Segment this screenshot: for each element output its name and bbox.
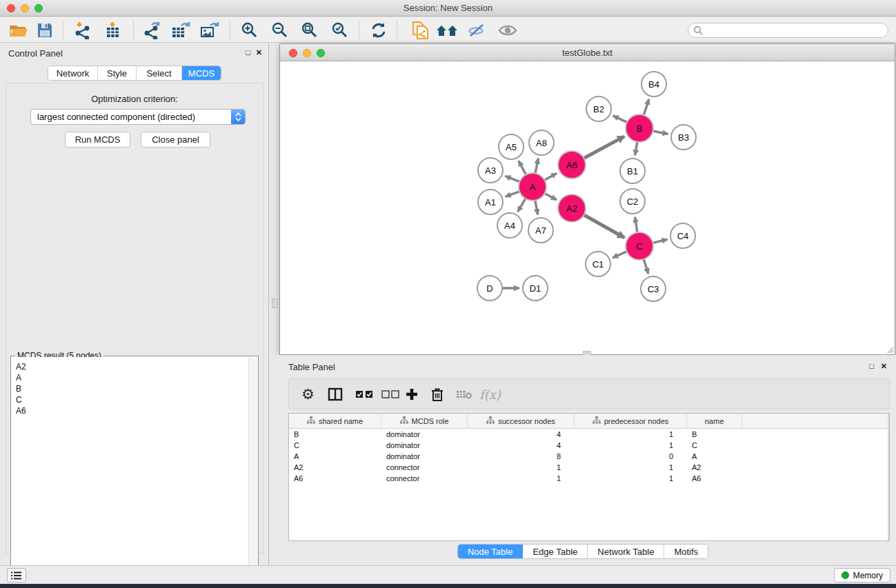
cell-shared-name[interactable]: A2 xyxy=(289,462,381,473)
cell-successor-nodes[interactable]: 1 xyxy=(468,473,575,484)
tab-edge-table[interactable]: Edge Table xyxy=(523,545,588,558)
node-B3[interactable]: B3 xyxy=(670,124,697,150)
cell-mcds-role[interactable]: connector xyxy=(381,462,468,473)
table-row[interactable]: Adominator80A xyxy=(289,451,889,462)
node-C[interactable]: C xyxy=(625,232,654,261)
node-A8[interactable]: A8 xyxy=(528,130,555,156)
tab-mcds[interactable]: MCDS xyxy=(182,66,221,80)
node-A6[interactable]: A6 xyxy=(557,150,586,179)
node-A[interactable]: A xyxy=(518,172,547,201)
tab-network[interactable]: Network xyxy=(48,66,98,80)
network-window-titlebar[interactable]: testGlobe.txt xyxy=(280,44,895,61)
node-B2[interactable]: B2 xyxy=(586,96,612,122)
node-D[interactable]: D xyxy=(477,275,503,301)
column-header-mcds-role[interactable]: MCDS role xyxy=(381,414,468,428)
network-minimize-button[interactable] xyxy=(303,49,311,57)
close-panel-button[interactable]: Close panel xyxy=(141,132,210,148)
minimize-window-button[interactable] xyxy=(21,4,29,12)
add-column-icon[interactable] xyxy=(405,383,419,405)
criterion-dropdown[interactable]: largest connected component (directed) xyxy=(30,109,246,125)
export-image-icon[interactable] xyxy=(197,19,222,41)
cell-predecessor-nodes[interactable]: 1 xyxy=(575,473,687,484)
cell-successor-nodes[interactable]: 4 xyxy=(468,429,575,440)
float-panel-icon[interactable]: □ xyxy=(246,48,250,57)
cell-name[interactable]: B xyxy=(687,429,742,440)
node-B4[interactable]: B4 xyxy=(641,71,667,97)
deselect-all-icon[interactable] xyxy=(381,383,399,405)
column-header-predecessor-nodes[interactable]: predecessor nodes xyxy=(575,414,687,428)
table-scrollbar[interactable] xyxy=(888,414,889,540)
cell-shared-name[interactable]: A xyxy=(289,451,381,462)
zoom-window-button[interactable] xyxy=(34,4,43,12)
import-table-icon[interactable] xyxy=(100,19,125,41)
table-close-icon[interactable]: ✕ xyxy=(881,362,887,371)
column-header-name[interactable]: name xyxy=(687,414,742,428)
cell-name[interactable]: A xyxy=(687,451,742,462)
resize-grip-icon[interactable] xyxy=(886,346,894,354)
result-item[interactable]: A2 xyxy=(16,361,248,372)
cell-name[interactable]: A2 xyxy=(687,462,742,473)
network-file-icon[interactable] xyxy=(407,19,432,41)
zoom-out-icon[interactable] xyxy=(268,19,292,41)
export-table-icon[interactable] xyxy=(168,19,193,41)
delete-table-icon[interactable] xyxy=(456,383,472,405)
network-canvas[interactable]: B4B2BB3A8A5A6A3B1AA1C2A2A4A7C4CC1DD1C3 xyxy=(280,61,895,354)
cell-name[interactable]: A6 xyxy=(687,473,742,484)
first-neighbors-icon[interactable] xyxy=(435,19,459,41)
cell-predecessor-nodes[interactable]: 1 xyxy=(575,429,687,440)
node-C3[interactable]: C3 xyxy=(640,276,666,302)
node-A5[interactable]: A5 xyxy=(498,134,524,160)
cell-shared-name[interactable]: C xyxy=(289,440,381,451)
function-builder-icon[interactable]: f(x) xyxy=(479,383,501,405)
result-item[interactable]: B xyxy=(16,383,248,394)
hide-selected-icon[interactable] xyxy=(464,19,489,41)
tab-motifs[interactable]: Motifs xyxy=(664,545,708,558)
result-item[interactable]: A xyxy=(16,372,248,383)
node-A2[interactable]: A2 xyxy=(557,194,586,223)
cell-mcds-role[interactable]: dominator xyxy=(381,440,468,451)
task-history-button[interactable] xyxy=(7,568,26,582)
result-item[interactable]: A6 xyxy=(16,405,248,416)
mcds-result-list[interactable]: A2ABCA6 xyxy=(12,357,248,588)
result-scrollbar[interactable] xyxy=(248,357,257,588)
delete-column-icon[interactable] xyxy=(431,383,444,405)
cell-successor-nodes[interactable]: 8 xyxy=(468,451,575,462)
run-mcds-button[interactable]: Run MCDS xyxy=(65,132,130,148)
node-B[interactable]: B xyxy=(625,114,654,143)
search-input[interactable] xyxy=(703,26,875,35)
save-session-icon[interactable] xyxy=(32,19,57,41)
cell-mcds-role[interactable]: connector xyxy=(381,473,468,484)
cell-name[interactable]: C xyxy=(687,440,742,451)
zoom-in-icon[interactable] xyxy=(237,19,262,41)
node-A1[interactable]: A1 xyxy=(477,189,504,215)
refresh-layout-icon[interactable] xyxy=(366,19,391,41)
cell-predecessor-nodes[interactable]: 1 xyxy=(575,462,687,473)
tab-style[interactable]: Style xyxy=(98,66,137,80)
network-close-button[interactable] xyxy=(289,49,297,57)
vertical-divider-handle[interactable] xyxy=(272,298,278,308)
cell-predecessor-nodes[interactable]: 1 xyxy=(575,440,687,451)
column-header-shared-name[interactable]: shared name xyxy=(289,414,381,428)
select-all-icon[interactable] xyxy=(355,383,373,405)
network-zoom-button[interactable] xyxy=(317,49,325,57)
close-window-button[interactable] xyxy=(7,4,15,12)
node-C2[interactable]: C2 xyxy=(619,188,646,214)
export-network-icon[interactable] xyxy=(139,19,164,41)
cell-mcds-role[interactable]: dominator xyxy=(381,451,468,462)
show-all-icon[interactable] xyxy=(495,19,520,41)
open-file-icon[interactable] xyxy=(6,19,31,41)
import-network-icon[interactable] xyxy=(70,19,95,41)
cell-mcds-role[interactable]: dominator xyxy=(381,429,468,440)
search-box[interactable] xyxy=(688,23,888,38)
cell-shared-name[interactable]: B xyxy=(289,429,381,440)
node-A3[interactable]: A3 xyxy=(477,157,504,183)
zoom-selected-icon[interactable] xyxy=(328,19,352,41)
cell-successor-nodes[interactable]: 4 xyxy=(468,440,575,451)
tab-select[interactable]: Select xyxy=(137,66,182,80)
tab-network-table[interactable]: Network Table xyxy=(588,545,664,558)
node-C4[interactable]: C4 xyxy=(670,223,696,249)
cell-shared-name[interactable]: A6 xyxy=(289,473,381,484)
show-columns-icon[interactable] xyxy=(328,383,343,405)
column-header-successor-nodes[interactable]: successor nodes xyxy=(468,414,575,428)
cell-successor-nodes[interactable]: 1 xyxy=(468,462,575,473)
